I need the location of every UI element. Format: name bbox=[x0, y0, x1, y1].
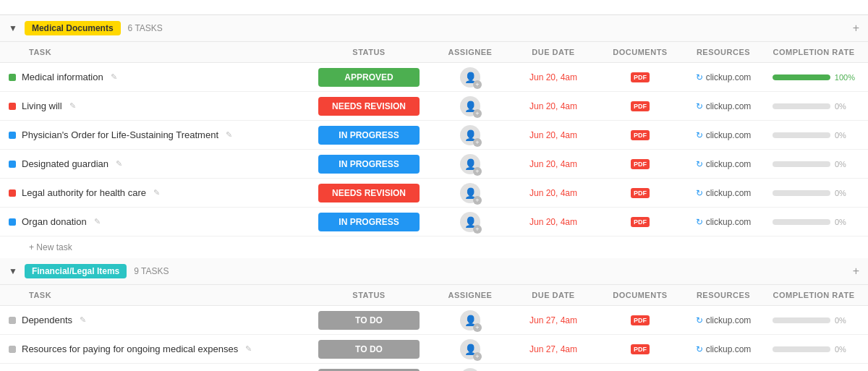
resources-cell[interactable]: ↻ clickup.com bbox=[680, 217, 767, 227]
task-name[interactable]: Organ donation bbox=[22, 216, 87, 227]
status-cell[interactable]: IN PROGRESS bbox=[304, 210, 434, 234]
avatar[interactable]: 👤 bbox=[460, 310, 480, 331]
avatar[interactable]: 👤 bbox=[460, 125, 480, 145]
group-toggle-financial-legal[interactable]: ▼ bbox=[9, 266, 17, 276]
resource-link[interactable]: clickup.com bbox=[706, 217, 752, 227]
edit-icon[interactable]: ✎ bbox=[153, 188, 160, 197]
resource-link[interactable]: clickup.com bbox=[706, 188, 752, 198]
documents-cell[interactable]: PDF bbox=[600, 344, 680, 354]
status-badge[interactable]: NEEDS REVISION bbox=[318, 184, 420, 202]
row-add-btn[interactable]: + bbox=[861, 156, 868, 171]
pdf-badge[interactable]: PDF bbox=[631, 315, 650, 325]
task-name[interactable]: Legal authority for health care bbox=[22, 187, 146, 198]
documents-cell[interactable]: PDF bbox=[600, 159, 680, 169]
row-add-btn[interactable]: + bbox=[861, 185, 868, 200]
resource-link[interactable]: clickup.com bbox=[706, 130, 752, 140]
task-name[interactable]: Medical information bbox=[22, 72, 103, 82]
assignee-cell[interactable]: 👤 bbox=[434, 125, 506, 145]
edit-icon[interactable]: ✎ bbox=[80, 315, 86, 325]
status-badge[interactable]: IN PROGRESS bbox=[318, 213, 420, 231]
assignee-cell[interactable]: 👤 bbox=[434, 310, 506, 331]
resources-cell[interactable]: ↻ clickup.com bbox=[680, 101, 767, 111]
edit-icon[interactable]: ✎ bbox=[94, 217, 101, 226]
documents-cell[interactable]: PDF bbox=[600, 130, 680, 140]
group-label-financial-legal[interactable]: Financial/Legal Items bbox=[25, 264, 127, 278]
assignee-cell[interactable]: 👤 bbox=[434, 96, 506, 116]
resources-cell[interactable]: ↻ clickup.com bbox=[680, 315, 767, 325]
resources-cell[interactable]: ↻ clickup.com bbox=[680, 188, 767, 198]
row-add-btn[interactable]: + bbox=[861, 341, 868, 357]
task-name[interactable]: Physician's Order for Life-Sustaining Tr… bbox=[22, 129, 218, 140]
group-add-medical-documents[interactable]: + bbox=[853, 22, 859, 35]
progress-text: 0% bbox=[835, 160, 855, 169]
assignee-cell[interactable]: 👤 bbox=[434, 183, 506, 203]
avatar[interactable]: 👤 bbox=[460, 67, 480, 88]
row-add-btn[interactable]: + bbox=[861, 69, 868, 85]
task-name[interactable]: Dependents bbox=[22, 315, 72, 325]
status-cell[interactable]: TO DO bbox=[304, 366, 434, 372]
status-cell[interactable]: APPROVED bbox=[304, 65, 434, 90]
status-cell[interactable]: NEEDS REVISION bbox=[304, 94, 434, 119]
row-add-btn[interactable]: + bbox=[861, 98, 868, 114]
status-cell[interactable]: TO DO bbox=[304, 308, 434, 333]
task-name[interactable]: Designated guardian bbox=[22, 158, 109, 169]
status-cell[interactable]: IN PROGRESS bbox=[304, 152, 434, 176]
resources-cell[interactable]: ↻ clickup.com bbox=[680, 344, 767, 354]
resource-link[interactable]: clickup.com bbox=[706, 315, 752, 325]
status-badge[interactable]: APPROVED bbox=[318, 68, 420, 87]
pdf-badge[interactable]: PDF bbox=[631, 130, 650, 140]
avatar[interactable]: 👤 bbox=[460, 368, 480, 372]
avatar[interactable]: 👤 bbox=[460, 154, 480, 174]
resource-link[interactable]: clickup.com bbox=[706, 72, 752, 82]
resources-cell[interactable]: ↻ clickup.com bbox=[680, 72, 767, 82]
row-add-btn[interactable]: + bbox=[861, 214, 868, 229]
assignee-cell[interactable]: 👤 bbox=[434, 67, 506, 88]
assignee-cell[interactable]: 👤 bbox=[434, 212, 506, 232]
task-name[interactable]: Resources for paying for ongoing medical… bbox=[22, 344, 238, 354]
group-add-financial-legal[interactable]: + bbox=[853, 265, 859, 278]
status-badge[interactable]: TO DO bbox=[318, 340, 420, 359]
resources-cell[interactable]: ↻ clickup.com bbox=[680, 159, 767, 169]
documents-cell[interactable]: PDF bbox=[600, 217, 680, 227]
edit-icon[interactable]: ✎ bbox=[226, 130, 232, 140]
status-badge[interactable]: TO DO bbox=[318, 369, 420, 372]
edit-icon[interactable]: ✎ bbox=[245, 344, 252, 354]
pdf-badge[interactable]: PDF bbox=[631, 101, 650, 111]
group-toggle-medical-documents[interactable]: ▼ bbox=[9, 23, 17, 33]
avatar[interactable]: 👤 bbox=[460, 339, 480, 359]
status-cell[interactable]: IN PROGRESS bbox=[304, 123, 434, 148]
avatar[interactable]: 👤 bbox=[460, 212, 480, 232]
assignee-cell[interactable]: 👤 bbox=[434, 368, 506, 372]
pdf-badge[interactable]: PDF bbox=[631, 344, 650, 354]
status-badge[interactable]: IN PROGRESS bbox=[318, 155, 420, 174]
resources-cell[interactable]: ↻ clickup.com bbox=[680, 130, 767, 140]
edit-icon[interactable]: ✎ bbox=[111, 72, 117, 82]
resource-link[interactable]: clickup.com bbox=[706, 159, 752, 169]
status-badge[interactable]: TO DO bbox=[318, 311, 420, 330]
assignee-cell[interactable]: 👤 bbox=[434, 339, 506, 359]
status-badge[interactable]: NEEDS REVISION bbox=[318, 97, 420, 116]
task-name[interactable]: Living will bbox=[22, 101, 62, 111]
documents-cell[interactable]: PDF bbox=[600, 315, 680, 325]
group-label-medical-documents[interactable]: Medical Documents bbox=[25, 21, 121, 35]
documents-cell[interactable]: PDF bbox=[600, 72, 680, 82]
edit-icon[interactable]: ✎ bbox=[116, 159, 122, 169]
pdf-badge[interactable]: PDF bbox=[631, 188, 650, 198]
resource-link[interactable]: clickup.com bbox=[706, 344, 752, 354]
edit-icon[interactable]: ✎ bbox=[69, 101, 76, 111]
status-cell[interactable]: TO DO bbox=[304, 337, 434, 362]
pdf-badge[interactable]: PDF bbox=[631, 217, 650, 227]
status-cell[interactable]: NEEDS REVISION bbox=[304, 181, 434, 205]
avatar[interactable]: 👤 bbox=[460, 183, 480, 203]
pdf-badge[interactable]: PDF bbox=[631, 72, 650, 82]
new-task-row-medical-documents[interactable]: + New task bbox=[0, 236, 868, 258]
assignee-cell[interactable]: 👤 bbox=[434, 154, 506, 174]
documents-cell[interactable]: PDF bbox=[600, 188, 680, 198]
resource-link[interactable]: clickup.com bbox=[706, 101, 752, 111]
pdf-badge[interactable]: PDF bbox=[631, 159, 650, 169]
documents-cell[interactable]: PDF bbox=[600, 101, 680, 111]
row-add-btn[interactable]: + bbox=[861, 312, 868, 328]
status-badge[interactable]: IN PROGRESS bbox=[318, 126, 420, 145]
avatar[interactable]: 👤 bbox=[460, 96, 480, 116]
row-add-btn[interactable]: + bbox=[861, 127, 868, 142]
